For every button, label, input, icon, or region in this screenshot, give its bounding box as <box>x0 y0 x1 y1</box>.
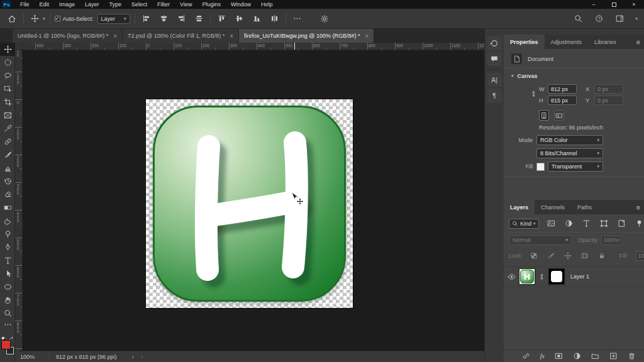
link-layers-icon[interactable] <box>519 351 533 361</box>
auto-select-checkbox[interactable]: ✓ <box>55 16 60 21</box>
menu-select[interactable]: Select <box>126 0 152 9</box>
lock-position-icon[interactable] <box>562 251 574 261</box>
pen-tool[interactable] <box>0 241 15 254</box>
shape-tool[interactable] <box>0 280 15 293</box>
lock-transparent-pixels-icon[interactable] <box>528 251 540 261</box>
canvas-section-header[interactable]: ▾ Canvas <box>504 69 644 82</box>
workspace-settings-gear-icon[interactable] <box>318 13 331 25</box>
horizontal-ruler[interactable]: 4003002001000100200300400500600700800900… <box>23 43 484 50</box>
move-tool[interactable] <box>0 43 15 56</box>
panel-menu-icon[interactable]: ≡ <box>632 35 644 49</box>
layer-filter-kind-dropdown[interactable]: Kind ▾ <box>509 219 539 229</box>
edit-toolbar-ellipsis-icon[interactable] <box>0 320 15 329</box>
vertical-ruler[interactable]: 2001000100200300400500600700800900 <box>15 50 23 351</box>
frame-tool[interactable] <box>0 109 15 122</box>
width-field[interactable]: 812 px <box>548 84 577 94</box>
document-tab[interactable]: Untitled-1 @ 100% (logo, RGB/8#) *× <box>13 29 123 43</box>
eyedropper-tool[interactable] <box>0 122 15 135</box>
eraser-tool[interactable] <box>0 188 15 201</box>
dodge-tool[interactable] <box>0 228 15 241</box>
workspace-chevron-icon[interactable]: ▾ <box>635 16 638 21</box>
paragraph-panel-icon[interactable]: ¶ <box>487 89 502 102</box>
align-horizontal-centers-icon[interactable] <box>157 13 170 24</box>
menu-filter[interactable]: Filter <box>152 0 175 9</box>
more-options-ellipsis-icon[interactable] <box>291 13 304 24</box>
new-adjustment-layer-icon[interactable] <box>570 351 584 361</box>
crop-tool[interactable] <box>0 96 15 109</box>
lock-image-pixels-icon[interactable] <box>545 251 557 261</box>
layer-visibility-eye-icon[interactable] <box>508 273 516 281</box>
new-layer-icon[interactable] <box>607 351 620 361</box>
menu-file[interactable]: File <box>15 0 35 9</box>
menu-edit[interactable]: Edit <box>35 0 55 9</box>
height-field[interactable]: 815 px <box>548 96 577 105</box>
menu-image[interactable]: Image <box>54 0 80 9</box>
tab-close-icon[interactable]: × <box>365 33 369 40</box>
ruler-origin-corner[interactable] <box>15 43 23 50</box>
scroll-left-arrow[interactable]: ‹ <box>142 354 143 360</box>
delete-layer-icon[interactable] <box>625 351 638 361</box>
close-button[interactable]: × <box>624 0 644 9</box>
tab-paths[interactable]: Paths <box>571 200 598 214</box>
status-flyout-arrow[interactable]: › <box>132 354 134 360</box>
fill-dropdown[interactable]: Transparent▾ <box>548 162 603 172</box>
type-layer-filter-icon[interactable] <box>580 218 593 229</box>
zoom-tool[interactable] <box>0 307 15 320</box>
menu-window[interactable]: Window <box>226 0 256 9</box>
align-bottom-edges-icon[interactable] <box>250 13 264 24</box>
gradient-tool[interactable] <box>0 201 15 214</box>
layer-effects-icon[interactable]: fx <box>538 351 547 361</box>
home-icon[interactable] <box>5 13 19 25</box>
brush-tool[interactable] <box>0 148 15 162</box>
landscape-orientation-button[interactable] <box>554 110 564 121</box>
bit-depth-dropdown[interactable]: 8 Bits/Channel▾ <box>536 148 603 158</box>
menu-layer[interactable]: Layer <box>80 0 104 9</box>
color-mode-dropdown[interactable]: RGB Color▾ <box>536 135 603 145</box>
pixel-layer-filter-icon[interactable] <box>545 218 558 229</box>
lock-artboard-icon[interactable] <box>579 251 591 261</box>
comments-panel-icon[interactable] <box>487 52 502 66</box>
new-group-icon[interactable] <box>589 351 602 361</box>
minimize-button[interactable]: – <box>584 0 604 9</box>
filter-toggle-icon[interactable] <box>633 218 644 229</box>
menu-plugins[interactable]: Plugins <box>197 0 226 9</box>
move-tool-options-icon[interactable] <box>28 13 42 24</box>
link-dimensions-icon[interactable] <box>530 90 537 97</box>
path-selection-tool[interactable] <box>0 267 15 280</box>
fill-color-swatch[interactable] <box>536 163 545 171</box>
tab-close-icon[interactable]: × <box>230 33 233 40</box>
clone-stamp-tool[interactable] <box>0 162 15 175</box>
layer-name[interactable]: Layer 1 <box>570 273 589 280</box>
history-panel-icon[interactable] <box>487 36 502 50</box>
lasso-tool[interactable] <box>0 69 15 82</box>
layer-row[interactable]: H Layer 1 <box>504 266 644 287</box>
canvas-area[interactable] <box>23 50 484 351</box>
tab-adjustments[interactable]: Adjustments <box>545 35 589 49</box>
adjustment-layer-filter-icon[interactable] <box>562 218 575 229</box>
tab-properties[interactable]: Properties <box>504 35 545 49</box>
add-layer-mask-icon[interactable] <box>552 351 565 361</box>
history-brush-tool[interactable] <box>0 175 15 188</box>
help-icon[interactable]: ? <box>592 13 606 24</box>
marquee-tool[interactable] <box>0 56 15 69</box>
auto-select-target-dropdown[interactable]: Layer ▾ <box>97 14 130 24</box>
align-right-edges-icon[interactable] <box>175 13 188 24</box>
healing-brush-tool[interactable] <box>0 135 15 148</box>
panel-menu-icon[interactable]: ≡ <box>632 200 644 214</box>
menu-type[interactable]: Type <box>104 0 127 9</box>
mask-link-chain-icon[interactable] <box>538 273 545 280</box>
document-tab[interactable]: firefox_UoTuKIBwgw.png @ 100% (RGB/8#) *… <box>239 29 374 43</box>
hand-tool[interactable] <box>0 293 15 307</box>
menu-view[interactable]: View <box>175 0 197 9</box>
tab-channels[interactable]: Channels <box>535 200 571 214</box>
shape-layer-filter-icon[interactable] <box>597 218 611 229</box>
document-canvas[interactable] <box>146 99 353 308</box>
tab-layers[interactable]: Layers <box>504 200 535 214</box>
layer-thumbnail[interactable]: H <box>519 268 535 285</box>
align-left-edges-icon[interactable] <box>140 13 153 24</box>
maximize-button[interactable] <box>604 0 624 9</box>
smudge-tool[interactable] <box>0 214 15 228</box>
distribute-horizontal-centers-icon[interactable] <box>268 13 281 24</box>
workspace-switcher-icon[interactable] <box>613 13 626 24</box>
lock-all-icon[interactable] <box>596 251 608 261</box>
